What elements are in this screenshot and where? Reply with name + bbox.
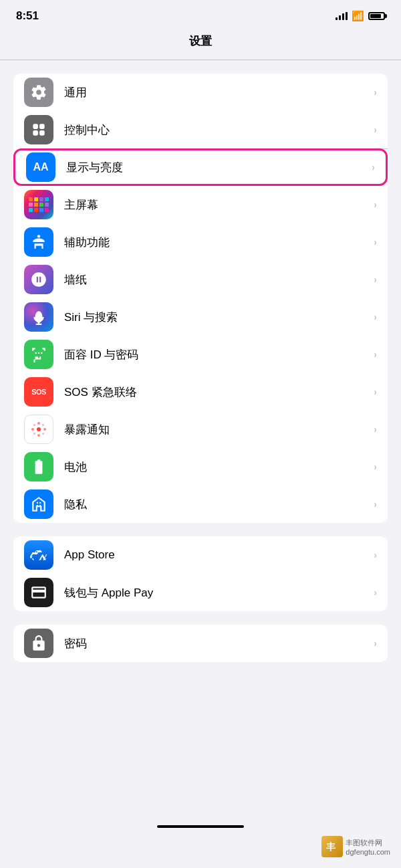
siri-chevron: › [374,312,377,322]
display-icon: AA [26,152,55,182]
settings-item-home-screen[interactable]: 主屏幕 › [13,186,388,223]
watermark-label: 丰图软件网dgfengtu.com [346,838,390,856]
watermark-logo: 丰 [321,836,343,857]
face-id-label: 面容 ID 与密码 [64,347,368,362]
svg-text:丰: 丰 [326,841,336,852]
page-title: 设置 [0,28,401,60]
settings-group-2: App Store › 钱包与 Apple Pay › [13,536,388,611]
display-label: 显示与亮度 [66,160,366,175]
settings-item-general[interactable]: 通用 › [13,74,388,111]
wallet-icon [24,578,53,607]
watermark: 丰 丰图软件网dgfengtu.com [321,836,390,857]
exposure-icon [24,415,53,444]
sos-icon-text: SOS [31,388,46,396]
status-icons: 📶 [336,10,385,22]
settings-item-siri[interactable]: Siri 与搜索 › [13,298,388,336]
home-screen-label: 主屏幕 [64,197,368,213]
settings-item-control-center[interactable]: 控制中心 › [13,111,388,148]
home-indicator [157,825,244,828]
password-label: 密码 [64,636,368,651]
svg-point-15 [33,433,35,435]
display-icon-text: AA [33,161,48,173]
settings-group-3: 密码 › [13,625,388,662]
status-bar: 8:51 📶 [0,0,401,28]
settings-item-privacy[interactable]: 隐私 › [13,485,388,523]
password-chevron: › [374,638,377,649]
face-id-chevron: › [374,349,377,360]
accessibility-icon [24,227,53,257]
siri-icon [24,302,53,332]
settings-item-battery[interactable]: 电池 › [13,448,388,485]
svg-point-16 [42,433,44,435]
svg-point-12 [43,428,46,431]
svg-point-8 [37,427,41,431]
siri-label: Siri 与搜索 [64,310,368,325]
accessibility-label: 辅助功能 [64,235,368,250]
settings-item-sos[interactable]: SOS SOS 紧急联络 › [13,373,388,411]
wallpaper-label: 墙纸 [64,272,368,288]
display-chevron: › [372,162,375,173]
sos-label: SOS 紧急联络 [64,385,368,400]
appstore-icon [24,540,53,570]
wifi-icon: 📶 [352,10,364,22]
svg-point-10 [37,434,40,437]
battery-icon [24,452,53,481]
wallpaper-chevron: › [374,274,377,285]
settings-item-appstore[interactable]: App Store › [13,536,388,574]
general-icon [24,78,53,107]
svg-rect-3 [39,130,45,136]
home-screen-icon [24,190,53,219]
svg-rect-1 [39,124,45,129]
settings-item-accessibility[interactable]: 辅助功能 › [13,223,388,261]
exposure-chevron: › [374,424,377,435]
svg-point-11 [31,428,34,431]
svg-point-4 [37,235,40,237]
sos-icon: SOS [24,377,53,407]
general-label: 通用 [64,85,368,100]
svg-point-13 [33,424,35,426]
privacy-label: 隐私 [64,497,368,512]
title-divider [0,60,401,60]
appstore-label: App Store [64,548,368,562]
sos-chevron: › [374,387,377,397]
settings-item-face-id[interactable]: 面容 ID 与密码 › [13,336,388,373]
settings-item-password[interactable]: 密码 › [13,625,388,662]
svg-rect-7 [36,324,42,325]
wallet-label: 钱包与 Apple Pay [64,585,368,601]
control-center-icon [24,115,53,144]
exposure-label: 暴露通知 [64,422,368,437]
grid-dots [29,197,49,212]
accessibility-chevron: › [374,237,377,247]
battery-label: 电池 [64,459,368,475]
wallpaper-icon [24,265,53,294]
home-screen-chevron: › [374,199,377,210]
signal-icon [336,12,348,20]
svg-rect-0 [33,124,38,129]
control-center-label: 控制中心 [64,122,368,138]
battery-status-icon [368,12,385,20]
privacy-icon [24,490,53,519]
control-center-chevron: › [374,124,377,135]
battery-chevron: › [374,461,377,472]
general-chevron: › [374,87,377,98]
appstore-chevron: › [374,550,377,560]
settings-item-wallpaper[interactable]: 墙纸 › [13,261,388,298]
svg-point-9 [37,422,40,425]
settings-item-wallet[interactable]: 钱包与 Apple Pay › [13,574,388,611]
wallet-chevron: › [374,587,377,598]
svg-point-14 [42,424,44,426]
privacy-chevron: › [374,499,377,510]
settings-item-display[interactable]: AA 显示与亮度 › [13,148,388,186]
settings-item-exposure[interactable]: 暴露通知 › [13,411,388,448]
status-time: 8:51 [16,9,39,23]
settings-group-1: 通用 › 控制中心 › AA 显示与亮度 › [13,74,388,523]
svg-rect-2 [33,130,38,136]
password-icon [24,629,53,658]
face-id-icon [24,340,53,369]
